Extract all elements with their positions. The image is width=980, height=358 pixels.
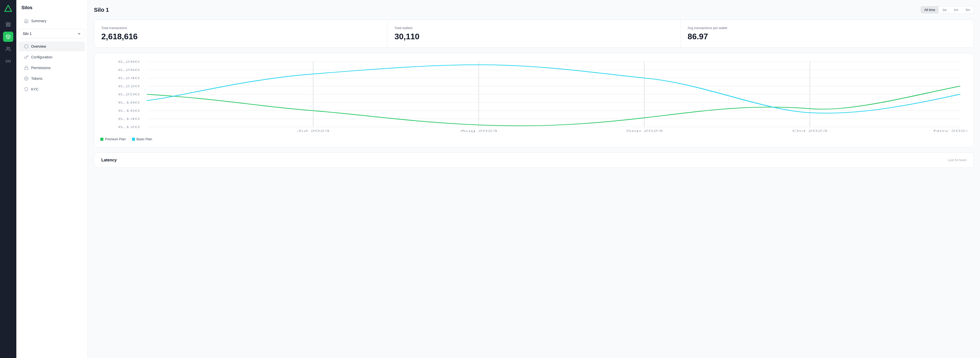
svg-marker-0: [5, 5, 12, 11]
legend-basic-label: Basic Plan: [137, 137, 152, 141]
legend-premium-dot: [100, 138, 103, 141]
svg-rect-4: [9, 25, 10, 27]
chart-area: 6,280 6,260 6,240 6,220 6,200 6,180 6,16…: [100, 59, 967, 133]
time-filter-all[interactable]: All time: [921, 6, 939, 13]
home-icon: [24, 19, 29, 23]
legend-basic: Basic Plan: [132, 137, 152, 141]
svg-text:6,180: 6,180: [118, 101, 140, 104]
svg-rect-1: [6, 23, 8, 24]
sidebar-item-configuration-label: Configuration: [31, 55, 52, 59]
stat-total-wallets: Total wallets 30,110: [387, 20, 681, 48]
stats-row: Total transactions 2,618,616 Total walle…: [94, 20, 974, 48]
silo-dropdown-value: Silo 1: [23, 32, 32, 36]
svg-text:6,120: 6,120: [118, 125, 140, 128]
svg-point-7: [8, 61, 9, 62]
legend-basic-dot: [132, 138, 135, 141]
svg-text:Oct 2023: Oct 2023: [792, 129, 827, 132]
legend-premium: Premium Plan: [100, 137, 126, 141]
sidebar-item-kyc-label: KYC: [31, 87, 38, 91]
app-logo: [3, 4, 13, 13]
svg-text:Nov 2023: Nov 2023: [933, 129, 967, 132]
svg-text:6,200: 6,200: [118, 93, 140, 96]
svg-rect-3: [6, 25, 8, 27]
time-filter-1w[interactable]: 1w: [939, 6, 950, 13]
latency-title: Latency: [101, 158, 117, 162]
stat-avg-transactions: Avg transactions per wallet 86.97: [680, 20, 974, 48]
svg-point-6: [6, 47, 8, 49]
main-content: Silo 1 All time 1w 1m 3m Total transacti…: [88, 0, 980, 358]
svg-text:6,240: 6,240: [118, 76, 140, 79]
tokens-icon: [24, 76, 29, 81]
stat-avg-transactions-label: Avg transactions per wallet: [687, 26, 966, 30]
stat-total-transactions-label: Total transactions: [101, 26, 380, 30]
chart-card: 6,280 6,260 6,240 6,220 6,200 6,180 6,16…: [94, 53, 974, 147]
stat-total-transactions: Total transactions 2,618,616: [94, 20, 387, 48]
sidebar-item-permissions-label: Permissions: [31, 66, 51, 70]
svg-text:Sep 2023: Sep 2023: [626, 129, 663, 132]
sidebar-title: Silos: [16, 5, 88, 16]
sidebar-item-overview[interactable]: Overview: [19, 41, 85, 51]
stat-avg-transactions-value: 86.97: [687, 32, 966, 41]
silo-dropdown[interactable]: Silo 1: [19, 29, 85, 38]
time-filter: All time 1w 1m 3m: [921, 6, 974, 14]
configuration-icon: [24, 55, 29, 59]
svg-text:Jul 2023: Jul 2023: [297, 129, 329, 132]
page-header: Silo 1 All time 1w 1m 3m: [94, 6, 974, 14]
shield-icon: [24, 87, 29, 92]
nav-icon-integrations[interactable]: [3, 56, 13, 66]
premium-plan-line: [148, 86, 959, 126]
sidebar-item-configuration[interactable]: Configuration: [19, 52, 85, 62]
latency-section: Latency Last 24 hours: [94, 152, 974, 168]
svg-text:6,160: 6,160: [118, 109, 140, 112]
legend-premium-label: Premium Plan: [105, 137, 126, 141]
svg-text:6,280: 6,280: [118, 60, 140, 63]
sidebar-item-kyc[interactable]: KYC: [19, 84, 85, 94]
nav-icon-silos[interactable]: [3, 32, 13, 42]
chart-legend: Premium Plan Basic Plan: [100, 137, 967, 141]
sidebar-item-permissions[interactable]: Permissions: [19, 63, 85, 73]
cube-icon: [24, 44, 29, 49]
time-filter-3m[interactable]: 3m: [962, 6, 974, 13]
latency-subtitle: Last 24 hours: [948, 158, 966, 162]
icon-bar: [0, 0, 16, 358]
nav-icon-users[interactable]: [3, 44, 13, 54]
svg-text:6,220: 6,220: [118, 85, 140, 88]
svg-text:6,260: 6,260: [118, 68, 140, 71]
svg-rect-2: [9, 23, 10, 24]
sidebar-item-tokens[interactable]: Tokens: [19, 74, 85, 83]
sidebar-item-summary-label: Summary: [31, 19, 46, 23]
time-filter-1m[interactable]: 1m: [950, 6, 962, 13]
svg-point-9: [24, 77, 28, 81]
stat-total-wallets-label: Total wallets: [395, 26, 673, 30]
nav-icon-dashboard[interactable]: [3, 19, 13, 30]
page-title: Silo 1: [94, 6, 109, 13]
stat-total-transactions-value: 2,618,616: [101, 32, 380, 41]
chevron-down-icon: [77, 32, 81, 36]
basic-plan-line: [148, 65, 959, 113]
sidebar-item-tokens-label: Tokens: [31, 76, 42, 81]
chart-svg: 6,280 6,260 6,240 6,220 6,200 6,180 6,16…: [100, 59, 967, 133]
sidebar-item-summary[interactable]: Summary: [19, 16, 85, 26]
stat-total-wallets-value: 30,110: [395, 32, 673, 41]
lock-icon: [24, 65, 29, 70]
sidebar: Silos Summary Silo 1 Overview Configurat…: [16, 0, 88, 358]
svg-point-10: [25, 78, 27, 79]
svg-rect-8: [24, 68, 28, 70]
svg-text:6,140: 6,140: [118, 117, 140, 120]
sidebar-item-overview-label: Overview: [31, 44, 46, 48]
svg-text:Aug 2023: Aug 2023: [460, 129, 497, 132]
